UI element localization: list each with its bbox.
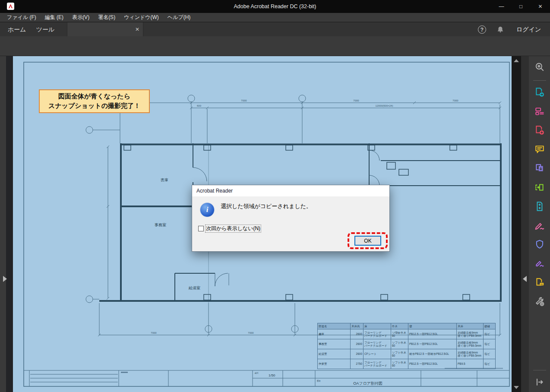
callout-line1: 図面全体が青くなったら — [58, 92, 130, 101]
organize-pages-icon[interactable] — [532, 161, 547, 176]
room-label-shoko: 書庫 — [161, 178, 168, 182]
schedule-row: 作業室2750 フローリング パーチクルボードソフト巾木60 PB12.5 一部… — [318, 359, 496, 369]
svg-text:7000: 7000 — [353, 99, 359, 102]
drawing-name-label: 図名 — [317, 380, 321, 382]
page-edge-shadow — [6, 56, 13, 392]
acrobat-reader-window: Adobe Acrobat Reader DC (32-bit) — □ ✕ フ… — [0, 0, 550, 392]
more-tools-wrench-icon[interactable] — [532, 294, 547, 309]
login-button[interactable]: ログイン — [516, 22, 541, 36]
certificates-pen-icon[interactable] — [532, 256, 547, 271]
close-button[interactable]: ✕ — [531, 0, 550, 13]
menu-edit[interactable]: 編集 (E) — [41, 13, 68, 22]
fill-sign-icon[interactable] — [532, 218, 547, 233]
scan-ocr-icon[interactable] — [532, 180, 547, 195]
svg-text:7000: 7000 — [248, 332, 254, 334]
compress-pdf-icon[interactable] — [532, 199, 547, 214]
col-wall: 壁 — [408, 323, 457, 329]
menu-file[interactable]: ファイル (F) — [3, 13, 41, 22]
menu-window[interactable]: ウィンドウ(W) — [120, 13, 163, 22]
svg-text:7000: 7000 — [241, 99, 247, 102]
menu-sign[interactable]: 署名(S) — [94, 13, 120, 22]
help-icon[interactable]: ? — [478, 25, 486, 34]
send-comments-icon[interactable] — [532, 275, 547, 290]
schedule-row: 事務室2600 フローリング パーチクルボードソフト巾木60 PB12.5 一部… — [318, 339, 496, 349]
sidebar-divider — [533, 80, 546, 81]
scale-value: 1/50 — [269, 373, 275, 377]
scroll-down-icon[interactable] — [514, 386, 519, 389]
info-icon: i — [200, 202, 215, 217]
maximize-button[interactable]: □ — [511, 0, 531, 13]
menu-help[interactable]: ヘルプ(H) — [163, 13, 195, 22]
tab-tools[interactable]: ツール — [33, 22, 58, 36]
vertical-scrollbar[interactable] — [512, 56, 521, 392]
tab-close-icon[interactable]: ✕ — [135, 22, 139, 36]
dialog-title: Acrobat Reader — [192, 185, 389, 196]
left-panel-strip — [0, 56, 13, 392]
copy-confirmation-dialog: Acrobat Reader i 選択した領域がコピーされました。 次回から表示… — [192, 185, 390, 252]
col-baseboard: 巾木 — [391, 323, 408, 329]
export-pdf-icon[interactable] — [532, 85, 547, 100]
sidebar-divider — [533, 370, 546, 370]
notifications-bell-icon[interactable] — [496, 25, 504, 35]
dialog-message: 選択した領域がコピーされました。 — [221, 202, 312, 210]
col-floor: 床 — [364, 323, 391, 329]
svg-text:12000(500×24): 12000(500×24) — [376, 104, 393, 107]
room-label-jimushitsu: 事務室 — [155, 223, 166, 227]
col-ceiling-height: 天井高 — [351, 323, 364, 329]
tools-sidebar — [529, 56, 550, 392]
tab-home[interactable]: ホーム — [4, 22, 29, 36]
svg-text:7000: 7000 — [452, 99, 458, 102]
main-toolbar: 1 / 1 1:1 — [0, 36, 550, 56]
schedule-row: 給湯室2600 CFシートソフト巾木60 耐水PB12.5 一部耐水PB12.5… — [318, 349, 496, 359]
scale-label: 縮尺 — [254, 372, 259, 374]
room-label-kyutoshitsu: 給湯室 — [188, 286, 200, 290]
tab-document[interactable]: ✕ — [67, 22, 143, 36]
drawing-name-value: OAフロア割付図 — [353, 381, 382, 386]
col-trim: 廻縁 — [484, 323, 496, 329]
expand-left-pane-button[interactable] — [3, 276, 7, 282]
schedule-header-row: 部屋名 天井高 床 巾木 壁 天井 廻縁 — [318, 323, 496, 329]
svg-text:7000: 7000 — [151, 332, 157, 334]
col-room: 部屋名 — [318, 323, 351, 329]
col-ceiling: 天井 — [457, 323, 484, 329]
ok-highlight-annotation — [348, 232, 388, 249]
menu-bar: ファイル (F) 編集 (E) 表示(V) 署名(S) ウィンドウ(W) ヘルプ… — [0, 13, 550, 22]
finish-schedule-table: 部屋名 天井高 床 巾木 壁 天井 廻縁 書庫2600 フローリング パーチクル… — [317, 323, 496, 369]
dont-show-again-checkbox[interactable] — [198, 226, 204, 231]
window-title: Adobe Acrobat Reader DC (32-bit) — [0, 0, 550, 13]
scroll-up-icon[interactable] — [514, 59, 519, 62]
create-pdf-icon[interactable] — [532, 123, 547, 138]
dont-show-again-label[interactable]: 次回から表示しない(N) — [205, 225, 261, 232]
edit-layout-icon[interactable] — [532, 104, 547, 119]
expand-right-pane-button[interactable] — [523, 276, 527, 282]
callout-line2: スナップショットの撮影完了！ — [48, 102, 140, 110]
open-pane-icon[interactable] — [532, 375, 547, 389]
instruction-callout: 図面全体が青くなったら スナップショットの撮影完了！ — [39, 89, 150, 113]
minimize-button[interactable]: — — [492, 0, 511, 13]
title-block — [24, 370, 509, 386]
protect-shield-icon[interactable] — [532, 237, 547, 252]
schedule-row: 書庫2600 フローリング パーチクルボードソフト巾木60 PB12.5 一部P… — [318, 329, 496, 339]
menu-view[interactable]: 表示(V) — [68, 13, 94, 22]
tab-bar: ホーム ツール ✕ ? ログイン — [0, 22, 550, 36]
title-block-text: 縮尺 1/50 図名 OAフロア割付図 — [254, 372, 382, 386]
title-bar: Adobe Acrobat Reader DC (32-bit) — □ ✕ — [0, 0, 550, 13]
search-tools-icon[interactable] — [532, 60, 547, 74]
svg-text:600: 600 — [197, 104, 202, 107]
comment-icon[interactable] — [532, 142, 547, 157]
right-panel-strip — [521, 56, 529, 392]
